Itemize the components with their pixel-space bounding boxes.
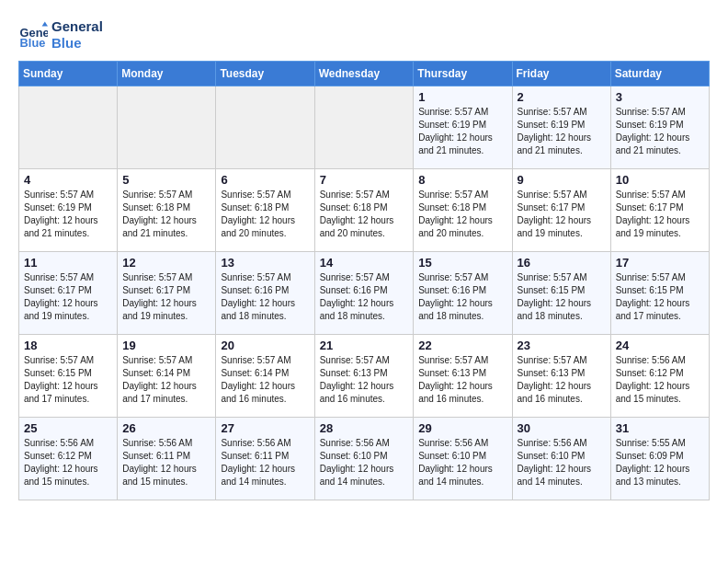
day-cell: 30Sunrise: 5:56 AMSunset: 6:10 PMDayligh… (512, 418, 610, 500)
day-cell: 15Sunrise: 5:57 AMSunset: 6:16 PMDayligh… (414, 252, 512, 335)
day-number: 23 (518, 339, 606, 352)
day-cell: 6Sunrise: 5:57 AMSunset: 6:18 PMDaylight… (216, 169, 314, 252)
day-cell: 1Sunrise: 5:57 AMSunset: 6:19 PMDaylight… (414, 86, 512, 169)
day-number: 25 (24, 421, 112, 435)
day-cell: 11Sunrise: 5:57 AMSunset: 6:17 PMDayligh… (19, 252, 118, 335)
day-cell (118, 86, 216, 169)
day-cell: 31Sunrise: 5:55 AMSunset: 6:09 PMDayligh… (610, 418, 709, 500)
logo-icon: General Blue (18, 20, 48, 50)
day-info: Sunrise: 5:57 AMSunset: 6:14 PMDaylight:… (122, 354, 210, 406)
day-number: 15 (418, 256, 506, 270)
day-cell: 7Sunrise: 5:57 AMSunset: 6:18 PMDaylight… (314, 169, 414, 252)
day-info: Sunrise: 5:57 AMSunset: 6:13 PMDaylight:… (418, 354, 506, 406)
day-number: 27 (221, 421, 309, 435)
week-row-5: 25Sunrise: 5:56 AMSunset: 6:12 PMDayligh… (19, 418, 710, 500)
weekday-sunday: Sunday (19, 62, 118, 86)
day-number: 1 (418, 90, 506, 104)
day-number: 2 (518, 90, 606, 104)
day-number: 28 (320, 421, 409, 435)
day-info: Sunrise: 5:57 AMSunset: 6:19 PMDaylight:… (418, 106, 506, 157)
day-info: Sunrise: 5:57 AMSunset: 6:18 PMDaylight:… (320, 189, 409, 240)
day-info: Sunrise: 5:57 AMSunset: 6:15 PMDaylight:… (518, 271, 606, 323)
week-row-3: 11Sunrise: 5:57 AMSunset: 6:17 PMDayligh… (19, 252, 710, 335)
day-info: Sunrise: 5:57 AMSunset: 6:15 PMDaylight:… (24, 354, 112, 406)
day-info: Sunrise: 5:56 AMSunset: 6:12 PMDaylight:… (616, 354, 704, 406)
day-cell: 17Sunrise: 5:57 AMSunset: 6:15 PMDayligh… (610, 252, 709, 335)
day-number: 13 (221, 256, 309, 270)
svg-marker-2 (42, 22, 48, 27)
weekday-wednesday: Wednesday (314, 62, 414, 86)
day-cell: 23Sunrise: 5:57 AMSunset: 6:13 PMDayligh… (512, 335, 610, 418)
day-info: Sunrise: 5:57 AMSunset: 6:17 PMDaylight:… (616, 189, 704, 240)
week-row-2: 4Sunrise: 5:57 AMSunset: 6:19 PMDaylight… (19, 169, 710, 252)
day-cell: 27Sunrise: 5:56 AMSunset: 6:11 PMDayligh… (216, 418, 314, 500)
day-cell: 29Sunrise: 5:56 AMSunset: 6:10 PMDayligh… (414, 418, 512, 500)
day-number: 12 (122, 256, 210, 270)
day-number: 21 (320, 339, 409, 352)
logo: General Blue General Blue (18, 18, 103, 52)
day-number: 31 (616, 421, 704, 435)
day-number: 3 (616, 90, 704, 104)
weekday-tuesday: Tuesday (216, 62, 314, 86)
weekday-header-row: SundayMondayTuesdayWednesdayThursdayFrid… (19, 62, 710, 86)
day-info: Sunrise: 5:56 AMSunset: 6:12 PMDaylight:… (24, 437, 112, 488)
day-number: 6 (221, 173, 309, 187)
day-info: Sunrise: 5:56 AMSunset: 6:11 PMDaylight:… (221, 437, 309, 488)
week-row-1: 1Sunrise: 5:57 AMSunset: 6:19 PMDaylight… (19, 86, 710, 169)
day-number: 20 (221, 339, 309, 352)
logo-blue: Blue (51, 35, 103, 52)
logo-general: General (51, 18, 103, 35)
day-info: Sunrise: 5:57 AMSunset: 6:16 PMDaylight:… (320, 271, 409, 323)
day-cell: 20Sunrise: 5:57 AMSunset: 6:14 PMDayligh… (216, 335, 314, 418)
day-info: Sunrise: 5:57 AMSunset: 6:16 PMDaylight:… (418, 271, 506, 323)
day-cell: 13Sunrise: 5:57 AMSunset: 6:16 PMDayligh… (216, 252, 314, 335)
day-number: 18 (24, 339, 112, 352)
week-row-4: 18Sunrise: 5:57 AMSunset: 6:15 PMDayligh… (19, 335, 710, 418)
day-cell: 10Sunrise: 5:57 AMSunset: 6:17 PMDayligh… (610, 169, 709, 252)
day-number: 24 (616, 339, 704, 352)
day-number: 16 (518, 256, 606, 270)
day-number: 17 (616, 256, 704, 270)
day-cell: 5Sunrise: 5:57 AMSunset: 6:18 PMDaylight… (118, 169, 216, 252)
day-cell: 3Sunrise: 5:57 AMSunset: 6:19 PMDaylight… (610, 86, 709, 169)
day-cell: 2Sunrise: 5:57 AMSunset: 6:19 PMDaylight… (512, 86, 610, 169)
day-info: Sunrise: 5:57 AMSunset: 6:13 PMDaylight:… (320, 354, 409, 406)
day-number: 4 (24, 173, 112, 187)
day-number: 22 (418, 339, 506, 352)
day-number: 26 (122, 421, 210, 435)
day-info: Sunrise: 5:57 AMSunset: 6:18 PMDaylight:… (221, 189, 309, 240)
day-cell: 12Sunrise: 5:57 AMSunset: 6:17 PMDayligh… (118, 252, 216, 335)
day-cell: 25Sunrise: 5:56 AMSunset: 6:12 PMDayligh… (19, 418, 118, 500)
day-info: Sunrise: 5:57 AMSunset: 6:18 PMDaylight:… (122, 189, 210, 240)
day-number: 19 (122, 339, 210, 352)
day-number: 29 (418, 421, 506, 435)
day-number: 8 (418, 173, 506, 187)
day-info: Sunrise: 5:56 AMSunset: 6:10 PMDaylight:… (418, 437, 506, 488)
day-info: Sunrise: 5:56 AMSunset: 6:10 PMDaylight:… (320, 437, 409, 488)
svg-text:Blue: Blue (20, 36, 46, 50)
day-info: Sunrise: 5:57 AMSunset: 6:19 PMDaylight:… (616, 106, 704, 157)
day-number: 9 (518, 173, 606, 187)
day-cell: 26Sunrise: 5:56 AMSunset: 6:11 PMDayligh… (118, 418, 216, 500)
calendar-header: SundayMondayTuesdayWednesdayThursdayFrid… (19, 62, 710, 86)
day-number: 5 (122, 173, 210, 187)
day-number: 14 (320, 256, 409, 270)
day-cell: 9Sunrise: 5:57 AMSunset: 6:17 PMDaylight… (512, 169, 610, 252)
day-info: Sunrise: 5:57 AMSunset: 6:16 PMDaylight:… (221, 271, 309, 323)
day-cell: 14Sunrise: 5:57 AMSunset: 6:16 PMDayligh… (314, 252, 414, 335)
day-cell: 28Sunrise: 5:56 AMSunset: 6:10 PMDayligh… (314, 418, 414, 500)
day-info: Sunrise: 5:57 AMSunset: 6:17 PMDaylight:… (24, 271, 112, 323)
day-cell: 4Sunrise: 5:57 AMSunset: 6:19 PMDaylight… (19, 169, 118, 252)
calendar-table: SundayMondayTuesdayWednesdayThursdayFrid… (18, 61, 710, 500)
day-info: Sunrise: 5:57 AMSunset: 6:19 PMDaylight:… (518, 106, 606, 157)
day-cell: 24Sunrise: 5:56 AMSunset: 6:12 PMDayligh… (610, 335, 709, 418)
day-info: Sunrise: 5:56 AMSunset: 6:10 PMDaylight:… (518, 437, 606, 488)
weekday-thursday: Thursday (414, 62, 512, 86)
day-cell: 21Sunrise: 5:57 AMSunset: 6:13 PMDayligh… (314, 335, 414, 418)
day-cell: 18Sunrise: 5:57 AMSunset: 6:15 PMDayligh… (19, 335, 118, 418)
day-number: 11 (24, 256, 112, 270)
weekday-saturday: Saturday (610, 62, 709, 86)
day-info: Sunrise: 5:57 AMSunset: 6:19 PMDaylight:… (24, 189, 112, 240)
day-cell: 16Sunrise: 5:57 AMSunset: 6:15 PMDayligh… (512, 252, 610, 335)
day-info: Sunrise: 5:57 AMSunset: 6:15 PMDaylight:… (616, 271, 704, 323)
